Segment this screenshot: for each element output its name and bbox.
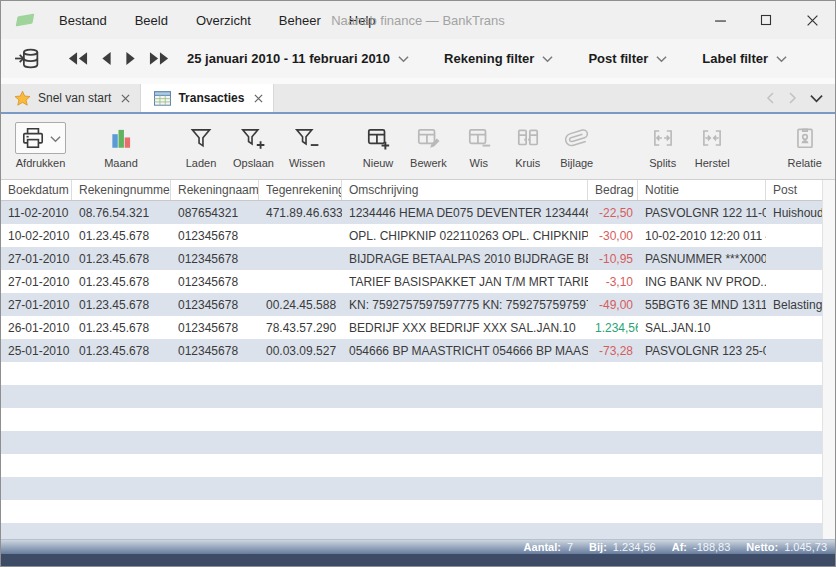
- table-row[interactable]: 27-01-201001.23.45.678012345678BIJDRAGE …: [1, 247, 822, 270]
- minimize-icon: [714, 14, 727, 27]
- paperclip-icon: [564, 125, 590, 151]
- vertical-scrollbar[interactable]: [822, 180, 835, 539]
- column-header-rekeningnaam[interactable]: Rekeningnaam: [171, 180, 259, 200]
- toolbar-button-splits[interactable]: Splits: [640, 121, 686, 170]
- table-row[interactable]: 27-01-201001.23.45.678012345678TARIEF BA…: [1, 270, 822, 293]
- date-range-dropdown[interactable]: 25 januari 2010 - 11 februari 2010: [187, 51, 409, 66]
- table-row-empty: [1, 477, 822, 500]
- toolbar-button-wis[interactable]: Wis: [456, 121, 502, 170]
- cell-bedrag: -49,00: [588, 293, 638, 316]
- menubar: BestandBeeldOverzichtBeheerHelp: [45, 13, 390, 28]
- table-row[interactable]: 27-01-201001.23.45.67801234567800.24.45.…: [1, 293, 822, 316]
- last-period-button[interactable]: [149, 51, 169, 66]
- toolbar-button-nieuw[interactable]: Nieuw: [355, 121, 401, 170]
- toolbar-button-label: Wis: [470, 157, 488, 169]
- cell-bedrag: -22,50: [588, 201, 638, 224]
- toolbar-button-label: Maand: [104, 157, 138, 169]
- toolbar-button-bijlage[interactable]: Bijlage: [554, 121, 600, 170]
- cell-post: [766, 224, 824, 247]
- previous-period-button[interactable]: [101, 51, 112, 66]
- cell-post: [766, 247, 824, 270]
- cell-omschrijving: 1234446 HEMA DE075 DEVENTER 1234446 HE..…: [342, 201, 588, 224]
- cell-rekeningnaam: 012345678: [171, 247, 259, 270]
- menu-item-bestand[interactable]: Bestand: [45, 13, 121, 28]
- cell-notitie: ING BANK NV PROD...: [638, 270, 766, 293]
- first-period-button[interactable]: [68, 51, 88, 66]
- column-header-omschrijving[interactable]: Omschrijving: [342, 180, 588, 200]
- cell-rekeningnummer: 01.23.45.678: [72, 247, 171, 270]
- filter-label: Post filter: [588, 51, 648, 66]
- column-header-tegenrekening[interactable]: Tegenrekening: [259, 180, 342, 200]
- cell-omschrijving: BIJDRAGE BETAALPAS 2010 BIJDRAGE BETA...: [342, 247, 588, 270]
- toolbar-button-kruis[interactable]: Kruis: [505, 121, 551, 170]
- chevron-down-icon: [776, 55, 787, 63]
- tab-snel-van-start[interactable]: Snel van start: [1, 84, 141, 112]
- maximize-button[interactable]: [743, 1, 789, 39]
- filter-dropdowns: Rekening filterPost filterLabel filter: [409, 51, 787, 66]
- toolbar-button-postfilter[interactable]: Postfilter: [831, 121, 836, 170]
- menu-item-help[interactable]: Help: [335, 13, 390, 28]
- column-header-bedrag[interactable]: Bedrag: [588, 180, 638, 200]
- tab-scroll-left-button[interactable]: [766, 92, 775, 104]
- cell-bedrag: -3,10: [588, 270, 638, 293]
- bottom-strip: [1, 554, 835, 566]
- table-row[interactable]: 10-02-201001.23.45.678012345678OPL. CHIP…: [1, 224, 822, 247]
- toolbar-button-label: Kruis: [515, 157, 540, 169]
- menu-item-beheer[interactable]: Beheer: [265, 13, 335, 28]
- cell-bedrag: 1.234,56: [588, 316, 638, 339]
- chevron-down-icon: [398, 55, 409, 63]
- toolbar-button-relatie[interactable]: Relatie: [782, 121, 828, 170]
- window-controls: [697, 1, 835, 39]
- cell-omschrijving: OPL. CHIPKNIP 022110263 OPL. CHIPKNIP 0.…: [342, 224, 588, 247]
- table-row[interactable]: 26-01-201001.23.45.67801234567878.43.57.…: [1, 316, 822, 339]
- filter-label-filter[interactable]: Label filter: [702, 51, 787, 66]
- toolbar-group-4: SplitsHerstel: [640, 121, 736, 170]
- toolbar-button-laden[interactable]: Laden: [178, 121, 224, 170]
- toolbar-button-afdrukken[interactable]: Afdrukken: [9, 121, 72, 170]
- menu-item-beeld[interactable]: Beeld: [121, 13, 182, 28]
- merge-arrows-icon: [699, 125, 725, 151]
- toolbar-button-wissen[interactable]: Wissen: [283, 121, 331, 170]
- next-period-button[interactable]: [125, 51, 136, 66]
- menu-item-overzicht[interactable]: Overzicht: [182, 13, 265, 28]
- filter-post-filter[interactable]: Post filter: [588, 51, 667, 66]
- column-header-rekeningnummer[interactable]: Rekeningnummer: [72, 180, 171, 200]
- close-button[interactable]: [789, 1, 835, 39]
- toolbar-button-opslaan[interactable]: Opslaan: [227, 121, 280, 170]
- cell-boekdatum: 25-01-2010: [1, 339, 72, 362]
- tab-close-icon[interactable]: [121, 94, 130, 103]
- navigation-toolbar: 25 januari 2010 - 11 februari 2010 Reken…: [1, 39, 835, 78]
- cell-boekdatum: 26-01-2010: [1, 316, 72, 339]
- column-header-boekdatum[interactable]: Boekdatum: [1, 180, 72, 200]
- cell-tegenrekening: 00.03.09.527: [259, 339, 342, 362]
- minimize-button[interactable]: [697, 1, 743, 39]
- toolbar-button-herstel[interactable]: Herstel: [689, 121, 736, 170]
- toolbar-button-bewerk[interactable]: Bewerk: [404, 121, 453, 170]
- toolbar-button-label: Splits: [649, 157, 676, 169]
- table-edit-icon: [415, 125, 441, 151]
- cell-tegenrekening: 471.89.46.633: [259, 201, 342, 224]
- column-header-notitie[interactable]: Notitie: [638, 180, 766, 200]
- tab-transacties[interactable]: Transacties: [141, 84, 274, 112]
- tab-close-icon[interactable]: [254, 94, 263, 103]
- cell-omschrijving: KN: 7592757597597775 KN: 759275759759777…: [342, 293, 588, 316]
- cell-boekdatum: 27-01-2010: [1, 293, 72, 316]
- tab-scroll-right-button[interactable]: [788, 92, 797, 104]
- tab-label: Transacties: [178, 91, 244, 105]
- table-row[interactable]: 25-01-201001.23.45.67801234567800.03.09.…: [1, 339, 822, 362]
- table-row[interactable]: 11-02-201008.76.54.321087654321471.89.46…: [1, 201, 822, 224]
- cell-bedrag: -10,95: [588, 247, 638, 270]
- titlebar: BestandBeeldOverzichtBeheerHelp Naanab f…: [1, 1, 835, 39]
- tab-list-button[interactable]: [810, 94, 823, 103]
- toolbar-button-maand[interactable]: Maand: [98, 121, 144, 170]
- cell-rekeningnummer: 01.23.45.678: [72, 339, 171, 362]
- filter-rekening-filter[interactable]: Rekening filter: [444, 51, 553, 66]
- cell-tegenrekening: [259, 270, 342, 293]
- table-row-empty: [1, 362, 822, 385]
- cell-rekeningnummer: 08.76.54.321: [72, 201, 171, 224]
- cell-notitie: PASNUMMER ***X000...: [638, 247, 766, 270]
- cell-bedrag: -73,28: [588, 339, 638, 362]
- column-header-post[interactable]: Post: [766, 180, 824, 200]
- cell-rekeningnaam: 012345678: [171, 316, 259, 339]
- toolbar-button-label: Opslaan: [233, 157, 274, 169]
